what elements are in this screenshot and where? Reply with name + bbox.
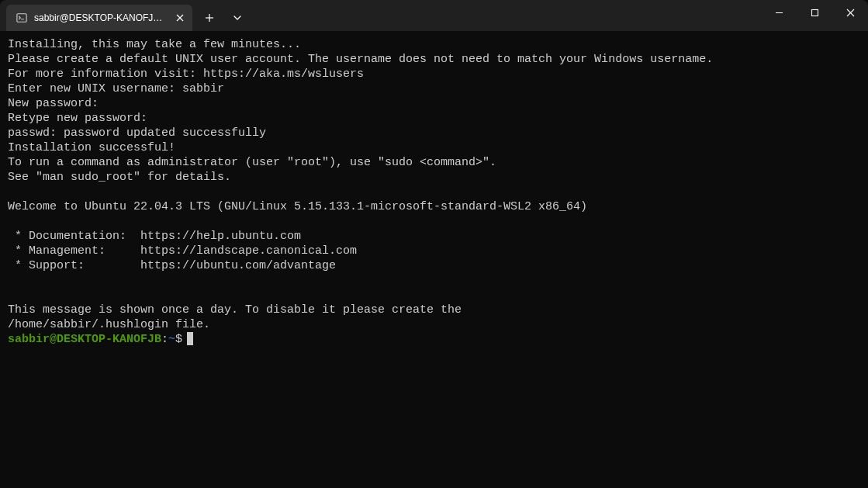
terminal-line: Enter new UNIX username: sabbir bbox=[8, 81, 860, 96]
window-controls bbox=[761, 0, 868, 31]
close-window-button[interactable] bbox=[832, 0, 868, 25]
terminal-line: For more information visit: https://aka.… bbox=[8, 67, 860, 81]
terminal-line: To run a command as administrator (user … bbox=[8, 155, 860, 170]
tab-close-button[interactable] bbox=[174, 12, 186, 24]
svg-rect-7 bbox=[811, 9, 818, 16]
new-tab-button[interactable] bbox=[195, 5, 223, 31]
terminal-line: Installing, this may take a few minutes.… bbox=[8, 37, 860, 52]
terminal-line: Please create a default UNIX user accoun… bbox=[8, 52, 860, 67]
terminal-line: passwd: password updated successfully bbox=[8, 126, 860, 140]
tab-dropdown-button[interactable] bbox=[223, 5, 251, 31]
tab-title: sabbir@DESKTOP-KANOFJB: ~ bbox=[34, 12, 168, 23]
prompt-separator: : bbox=[161, 332, 168, 347]
terminal-line: * Support: https://ubuntu.com/advantage bbox=[8, 258, 860, 273]
minimize-button[interactable] bbox=[761, 0, 797, 25]
titlebar: sabbir@DESKTOP-KANOFJB: ~ bbox=[0, 0, 868, 31]
terminal-tab[interactable]: sabbir@DESKTOP-KANOFJB: ~ bbox=[6, 5, 192, 31]
tab-actions bbox=[195, 0, 251, 31]
terminal-line bbox=[8, 273, 860, 288]
terminal-line: New password: bbox=[8, 96, 860, 111]
terminal-line bbox=[8, 214, 860, 229]
prompt-line: sabbir@DESKTOP-KANOFJB:~$ bbox=[8, 332, 860, 347]
cursor bbox=[187, 332, 193, 345]
titlebar-drag-area[interactable] bbox=[251, 0, 761, 31]
terminal-line: Welcome to Ubuntu 22.04.3 LTS (GNU/Linux… bbox=[8, 199, 860, 214]
terminal-line: /home/sabbir/.hushlogin file. bbox=[8, 317, 860, 332]
terminal-line bbox=[8, 185, 860, 199]
terminal-line bbox=[8, 288, 860, 303]
prompt-path: ~ bbox=[168, 332, 175, 347]
prompt-user-host: sabbir@DESKTOP-KANOFJB bbox=[8, 332, 161, 347]
terminal-line: Installation successful! bbox=[8, 140, 860, 155]
prompt-symbol: $ bbox=[175, 332, 182, 347]
terminal-line: Retype new password: bbox=[8, 111, 860, 126]
terminal-line: See "man sudo_root" for details. bbox=[8, 170, 860, 185]
maximize-button[interactable] bbox=[797, 0, 832, 25]
terminal-line: * Documentation: https://help.ubuntu.com bbox=[8, 229, 860, 244]
terminal-output[interactable]: Installing, this may take a few minutes.… bbox=[0, 31, 868, 488]
svg-rect-0 bbox=[17, 14, 26, 22]
terminal-line: * Management: https://landscape.canonica… bbox=[8, 244, 860, 258]
terminal-icon bbox=[16, 12, 28, 24]
terminal-line: This message is shown once a day. To dis… bbox=[8, 303, 860, 317]
